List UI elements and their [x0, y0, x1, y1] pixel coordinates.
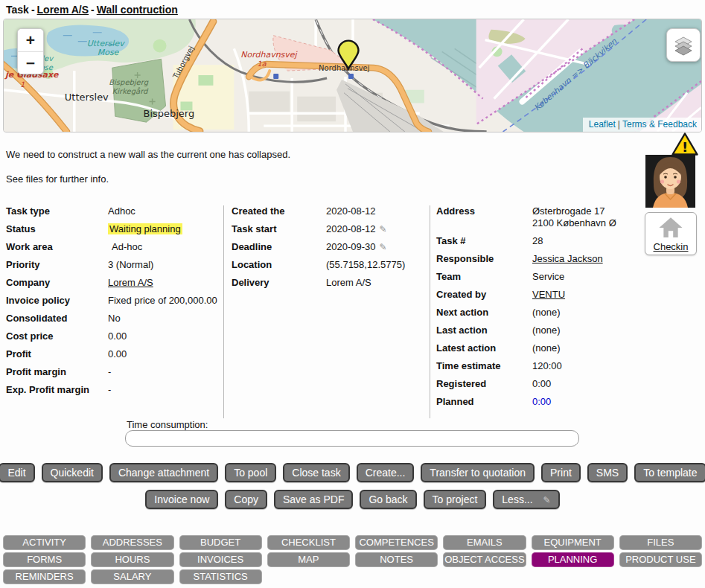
task-description-line1: We need to construct a new wall as the c… — [6, 149, 290, 160]
tab-map[interactable]: MAP — [267, 552, 350, 567]
field-row-next-action: Next action(none) — [436, 307, 653, 319]
address-line2: 2100 København Ø — [532, 217, 653, 229]
map-zoom-control: + − — [17, 28, 44, 74]
svg-text:Bispebjerg: Bispebjerg — [109, 78, 148, 87]
field-row-priority: Priority3 (Normal) — [6, 259, 223, 271]
tab-salary[interactable]: SALARY — [91, 569, 173, 584]
action-buttons-row2: Invoice now Copy Save as PDF Go back To … — [0, 490, 705, 509]
map-layers-button[interactable] — [666, 28, 701, 62]
edit-button[interactable]: Edit — [0, 463, 35, 482]
field-row-company: CompanyLorem A/S — [6, 277, 223, 289]
field-row-time-estimate: Time estimate120:00 — [436, 360, 653, 372]
edit-pencil-icon[interactable]: ✎ — [380, 223, 387, 235]
field-row-work-area: Work areaAd-hoc — [6, 241, 223, 253]
tab-invoices[interactable]: INVOICES — [179, 552, 262, 567]
quickedit-button[interactable]: Quickedit — [42, 463, 103, 482]
less-button[interactable]: Less...✎ — [493, 490, 559, 509]
copy-button[interactable]: Copy — [225, 490, 267, 509]
svg-text:1a: 1a — [257, 60, 267, 68]
close-task-button[interactable]: Close task — [283, 463, 349, 482]
task-detail-page: Task-Lorem A/S-Wall contruction — [0, 0, 705, 588]
tab-files[interactable]: FILES — [619, 535, 702, 550]
planned-link[interactable]: 0:00 — [532, 396, 551, 407]
svg-text:Nordhavnsvej: Nordhavnsvej — [319, 64, 369, 72]
zoom-in-button[interactable]: + — [18, 29, 43, 51]
breadcrumb-task-link[interactable]: Wall contruction — [97, 4, 178, 16]
status-badge: Waiting planning — [108, 223, 182, 234]
svg-text:!: ! — [682, 139, 688, 155]
to-template-button[interactable]: To template — [634, 463, 705, 482]
field-row-created-the: Created the2020-08-12 — [232, 205, 430, 217]
svg-text:Nordhavnsvej: Nordhavnsvej — [240, 50, 298, 60]
tab-activity[interactable]: ACTIVITY — [3, 535, 86, 550]
tab-reminders[interactable]: REMINDERS — [3, 569, 86, 584]
sms-button[interactable]: SMS — [587, 463, 628, 482]
layers-icon — [673, 35, 694, 56]
tab-checklist[interactable]: CHECKLIST — [267, 535, 350, 550]
tab-budget[interactable]: BUDGET — [179, 535, 262, 550]
field-row-registered: Registered0:00 — [436, 378, 653, 390]
field-row-location: Location(55.7158,12.5775) — [232, 259, 430, 271]
go-back-button[interactable]: Go back — [360, 490, 416, 509]
breadcrumb: Task-Lorem A/S-Wall contruction — [6, 4, 178, 16]
print-button[interactable]: Print — [541, 463, 581, 482]
field-row-deadline: Deadline2020-09-30✎ — [232, 241, 430, 253]
responsible-link[interactable]: Jessica Jackson — [532, 253, 603, 264]
edit-pencil-icon: ✎ — [543, 495, 551, 505]
tab-product-use[interactable]: PRODUCT USE — [619, 552, 702, 567]
field-row-profit-margin: Profit margin- — [6, 366, 223, 378]
checkin-label: Checkin — [645, 241, 696, 252]
svg-text:Mose: Mose — [98, 48, 120, 57]
svg-text:Kirkegård: Kirkegård — [112, 87, 149, 96]
tab-competences[interactable]: COMPETENCES — [355, 535, 438, 550]
module-tabs: ACTIVITY ADDRESSES BUDGET CHECKLIST COMP… — [3, 535, 702, 584]
responsible-avatar — [645, 155, 695, 208]
breadcrumb-separator: - — [89, 4, 97, 16]
create-button[interactable]: Create... — [357, 463, 415, 482]
field-row-last-action: Last action(none) — [436, 325, 653, 336]
field-row-exp-profit-margin: Exp. Profit margin- — [6, 384, 223, 396]
tab-emails[interactable]: EMAILS — [443, 535, 526, 550]
edit-pencil-icon[interactable]: ✎ — [380, 241, 387, 253]
action-buttons-row1: Edit Quickedit Change attachment To pool… — [0, 463, 705, 482]
invoice-now-button[interactable]: Invoice now — [145, 490, 218, 509]
breadcrumb-root: Task — [6, 4, 29, 16]
tab-planning[interactable]: PLANNING — [532, 552, 614, 567]
field-row-address: AddressØsterbrogade 172100 København Ø — [436, 205, 653, 229]
leaflet-link[interactable]: Leaflet — [589, 119, 616, 130]
svg-text:1: 1 — [20, 80, 25, 89]
tab-addresses[interactable]: ADDRESSES — [91, 535, 173, 550]
field-row-responsible: ResponsibleJessica Jackson — [436, 253, 653, 265]
terms-feedback-link[interactable]: Terms & Feedback — [622, 119, 697, 130]
leaflet-map[interactable]: Utterslev Mose erslev Mose je Gladsaxe 1… — [3, 19, 702, 132]
tab-object-access[interactable]: OBJECT ACCESS — [443, 552, 526, 567]
tab-notes[interactable]: NOTES — [355, 552, 438, 567]
tab-hours[interactable]: HOURS — [91, 552, 173, 567]
tab-forms[interactable]: FORMS — [3, 552, 86, 567]
company-link[interactable]: Lorem A/S — [108, 277, 153, 288]
to-pool-button[interactable]: To pool — [225, 463, 276, 482]
fields-column-2: Created the2020-08-12 Task start2020-08-… — [223, 205, 430, 418]
address-line1: Østerbrogade 17 — [532, 205, 653, 217]
time-consumption-label: Time consumption: — [127, 419, 208, 430]
field-row-team: TeamService — [436, 271, 653, 283]
change-attachment-button[interactable]: Change attachment — [109, 463, 218, 482]
home-icon — [657, 216, 684, 238]
save-as-pdf-button[interactable]: Save as PDF — [274, 490, 353, 509]
zoom-out-button[interactable]: − — [18, 51, 43, 74]
breadcrumb-company-link[interactable]: Lorem A/S — [37, 4, 89, 16]
time-consumption-input[interactable] — [125, 430, 579, 447]
field-row-created-by: Created byVENTU — [436, 289, 653, 301]
created-by-link[interactable]: VENTU — [532, 289, 565, 300]
to-project-button[interactable]: To project — [424, 490, 487, 509]
field-row-task-start: Task start2020-08-12✎ — [232, 223, 430, 235]
svg-text:Utterslev: Utterslev — [87, 39, 125, 48]
tab-equipment[interactable]: EQUIPMENT — [532, 535, 614, 550]
field-row-cost-price: Cost price0.00 — [6, 330, 223, 342]
svg-text:Bispebjerg: Bispebjerg — [144, 108, 195, 119]
tab-statistics[interactable]: STATISTICS — [179, 569, 262, 584]
task-fields: Task typeAdhoc StatusWaiting planning Wo… — [6, 205, 653, 418]
warning-icon[interactable]: ! — [671, 132, 699, 156]
field-row-status: StatusWaiting planning — [6, 223, 223, 235]
transfer-to-quotation-button[interactable]: Transfer to quotation — [421, 463, 535, 482]
